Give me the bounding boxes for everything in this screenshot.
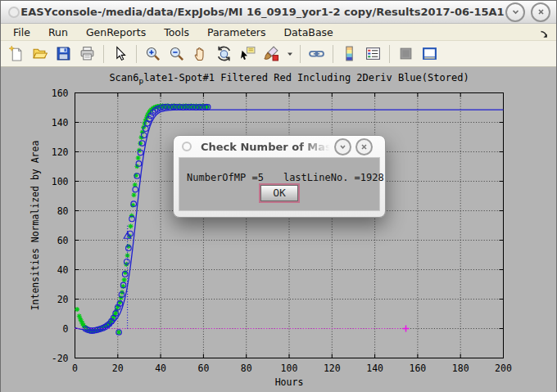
menu-parameters[interactable]: Parameters: [198, 25, 275, 39]
print-figure-icon[interactable]: [76, 43, 98, 65]
axis-labels: 020406080100120140160180200-200204060801…: [29, 88, 512, 388]
brush-dropdown-caret-icon[interactable]: [284, 43, 295, 65]
arrow-pointer-icon[interactable]: [109, 43, 131, 65]
svg-text:100: 100: [52, 176, 69, 187]
menu-file[interactable]: File: [4, 25, 39, 39]
minimize-button[interactable]: [505, 2, 525, 22]
toolbar-separator: [389, 45, 390, 63]
window-menu-icon[interactable]: [8, 7, 20, 18]
svg-text:40: 40: [57, 264, 69, 276]
rotate-3d-icon[interactable]: [213, 43, 235, 65]
hide-plot-tools-icon[interactable]: [395, 43, 417, 65]
svg-text:160: 160: [52, 88, 69, 99]
insert-colorbar-icon[interactable]: [338, 43, 360, 65]
close-icon: [537, 7, 546, 16]
close-button[interactable]: [531, 2, 550, 22]
y-axis-label: Intensities Normalized by Area: [29, 141, 41, 311]
dialog-menu-icon[interactable]: [182, 142, 192, 151]
toolbar-separator: [136, 45, 137, 63]
grid-lines: [75, 93, 504, 358]
toolbar-separator: [333, 45, 333, 63]
svg-text:-20: -20: [52, 353, 69, 364]
svg-text:80: 80: [241, 363, 252, 374]
series-zero-baseline: [75, 326, 410, 332]
dialog-message: NumberOfMP =5 lastLineNo. =1928: [187, 172, 384, 183]
chevron-down-icon: [511, 7, 520, 16]
menu-run[interactable]: Run: [39, 25, 77, 39]
dialog-close-button[interactable]: [355, 138, 373, 155]
svg-text:40: 40: [155, 363, 166, 374]
svg-text:160: 160: [410, 363, 427, 374]
figure-area: Scan6plate1-Spot#1 Filtered Red Includin…: [1, 67, 556, 392]
figure-toolbar: [1, 41, 556, 67]
svg-text:60: 60: [197, 363, 209, 374]
brush-data-icon[interactable]: [260, 43, 283, 65]
dialog-body: NumberOfMP =5 lastLineNo. =1928 OK: [179, 157, 380, 211]
dialog-minimize-button[interactable]: [334, 138, 351, 155]
easyconsole-window: EASYconsole-/media/data/ExpJobs/MI 16_09…: [0, 0, 557, 392]
svg-text:20: 20: [57, 294, 69, 305]
svg-text:0: 0: [72, 363, 78, 374]
window-titlebar: EASYconsole-/media/data/ExpJobs/MI 16_09…: [1, 1, 556, 24]
dialog-title: Check Number of Master Pla: [201, 141, 330, 153]
insert-legend-icon[interactable]: [362, 43, 384, 65]
menu-genreports[interactable]: GenReports: [77, 25, 155, 39]
svg-text:140: 140: [366, 363, 383, 374]
toolbar-separator: [103, 45, 104, 63]
zoom-in-icon[interactable]: [142, 43, 164, 65]
svg-text:80: 80: [57, 205, 69, 217]
check-master-plate-dialog: Check Number of Master Pla NumberOfMP =5…: [173, 135, 386, 218]
menubar-items: FileRunGenReportsToolsParametersDataBase: [4, 25, 342, 39]
svg-text:120: 120: [52, 146, 69, 158]
show-plot-tools-icon[interactable]: [419, 43, 441, 65]
svg-text:60: 60: [57, 235, 69, 246]
chevron-down-icon: [339, 143, 346, 151]
pan-hand-icon[interactable]: [189, 43, 211, 65]
zoom-out-icon[interactable]: [165, 43, 188, 65]
svg-text:180: 180: [452, 363, 469, 374]
svg-text:200: 200: [495, 363, 512, 374]
window-title: EASYconsole-/media/data/ExpJobs/MI 16_09…: [20, 6, 505, 18]
dialog-titlebar: Check Number of Master Pla: [174, 136, 385, 157]
data-cursor-icon[interactable]: [237, 43, 259, 65]
numberofmp-value: NumberOfMP =5: [187, 172, 264, 183]
menu-overflow-arrow-icon[interactable]: [539, 27, 549, 43]
svg-text:0: 0: [63, 323, 69, 335]
lastlineno-value: lastLineNo. =1928: [283, 172, 384, 183]
plot-canvas[interactable]: 020406080100120140160180200-200204060801…: [1, 67, 557, 392]
menu-database[interactable]: DataBase: [274, 25, 342, 39]
svg-text:120: 120: [324, 363, 341, 374]
svg-text:100: 100: [281, 363, 298, 374]
menu-tools[interactable]: Tools: [155, 25, 198, 39]
link-plot-icon[interactable]: [306, 43, 328, 65]
toolbar-separator: [300, 45, 301, 63]
ok-button[interactable]: OK: [260, 185, 298, 201]
new-figure-icon[interactable]: [5, 43, 27, 65]
open-file-icon[interactable]: [29, 43, 51, 65]
x-axis-label: Hours: [275, 376, 304, 388]
save-figure-icon[interactable]: [52, 43, 75, 65]
svg-text:140: 140: [52, 117, 69, 128]
close-icon: [360, 143, 368, 151]
svg-text:20: 20: [112, 363, 124, 374]
menubar: FileRunGenReportsToolsParametersDataBase: [1, 24, 556, 41]
